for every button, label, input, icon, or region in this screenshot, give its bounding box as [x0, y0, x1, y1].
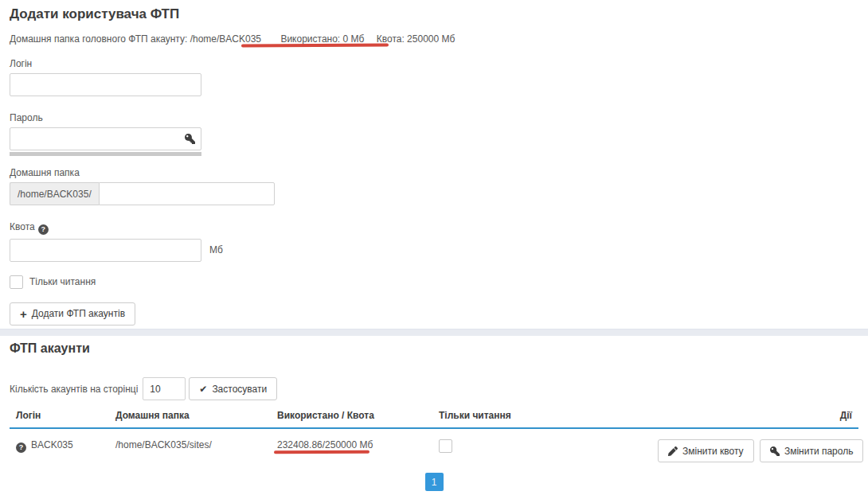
home-folder-prefix: /home/BACK035/ [10, 182, 99, 205]
home-folder-input[interactable] [99, 182, 275, 205]
quota-label: Квота? [10, 221, 858, 235]
cell-login: ?BACK035 [10, 428, 109, 470]
pagination-page-1[interactable]: 1 [425, 473, 444, 491]
column-header-login: Логін [10, 405, 109, 428]
add-ftp-accounts-button[interactable]: + Додати ФТП акаунтів [10, 302, 135, 326]
accounts-section-title: ФТП акаунти [10, 341, 858, 357]
ftp-accounts-panel: ФТП акаунти Кількість акаунтів на сторін… [0, 336, 868, 499]
cell-readonly [432, 428, 651, 470]
table-header-row: Логін Домашня папка Використано / Квота … [10, 405, 858, 428]
page-title: Додати користувача ФТП [10, 6, 858, 22]
account-info-icon[interactable]: ? [16, 442, 26, 453]
column-header-readonly: Тільки читання [432, 405, 651, 428]
change-quota-button[interactable]: Змінити квоту [658, 439, 754, 462]
table-row: ?BACK035 /home/BACK035/sites/ 232408.86/… [10, 428, 858, 470]
per-page-row: Кількість акаунтів на сторінці ✔ Застосу… [10, 377, 858, 400]
pagination: 1 [10, 473, 858, 491]
login-form-group: Логін [10, 58, 858, 96]
plus-icon: + [20, 308, 27, 320]
main-ftp-home-text: Домашня папка головного ФТП акаунту: /ho… [10, 33, 261, 45]
home-folder-form-group: Домашня папка /home/BACK035/ [10, 167, 858, 205]
apply-button[interactable]: ✔ Застосувати [189, 377, 277, 400]
ftp-accounts-table: Логін Домашня папка Використано / Квота … [10, 405, 858, 470]
used-space-text: Використано: 0 Мб [280, 33, 364, 45]
per-page-input[interactable] [143, 377, 186, 400]
change-password-button[interactable]: Змінити пароль [760, 439, 864, 462]
red-underline-annotation [274, 450, 369, 454]
readonly-checkbox[interactable] [10, 275, 23, 289]
key-icon [770, 446, 780, 456]
add-ftp-user-panel: Додати користувача ФТП Домашня папка гол… [0, 0, 868, 329]
password-label: Пароль [10, 112, 858, 123]
quota-unit-label: Мб [209, 244, 223, 255]
column-header-actions: Дії [651, 405, 858, 428]
account-info-row: Домашня папка головного ФТП акаунту: /ho… [10, 33, 858, 45]
column-header-used-quota: Використано / Квота [271, 405, 432, 428]
password-input[interactable] [10, 127, 201, 150]
readonly-checkbox-row: Тільки читання [10, 275, 858, 289]
quota-input[interactable] [10, 239, 201, 262]
home-folder-label: Домашня папка [10, 167, 858, 178]
password-form-group: Пароль [10, 112, 858, 156]
generate-password-key-icon[interactable] [185, 134, 195, 144]
per-page-label: Кількість акаунтів на сторінці [10, 384, 138, 395]
pencil-icon [668, 446, 678, 456]
login-label: Логін [10, 58, 858, 69]
cell-actions: Змінити квоту Змінити пароль [651, 428, 858, 470]
row-readonly-checkbox[interactable] [439, 439, 452, 453]
panel-divider [0, 329, 868, 336]
quota-form-group: Квота? Мб [10, 221, 858, 262]
column-header-home: Домашня папка [109, 405, 271, 428]
cell-home-folder: /home/BACK035/sites/ [109, 428, 271, 470]
quota-help-icon[interactable]: ? [38, 224, 49, 235]
cell-used-quota: 232408.86/250000 Мб [271, 428, 432, 470]
login-input[interactable] [10, 73, 201, 96]
password-strength-bar [10, 152, 201, 156]
quota-text: Квота: 250000 Мб [377, 33, 456, 45]
check-icon: ✔ [199, 384, 207, 394]
readonly-label: Тільки читання [29, 276, 96, 287]
